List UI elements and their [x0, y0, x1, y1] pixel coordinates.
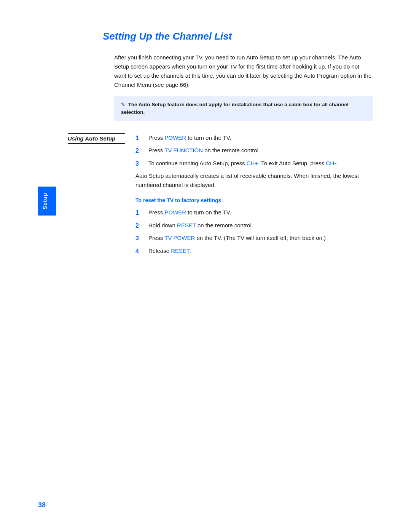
reset-step-2-highlight-reset: RESET	[177, 222, 196, 228]
page-title: Setting Up the Channel List	[103, 30, 373, 42]
step-3: 3 To continue running Auto Setup, press …	[135, 159, 373, 169]
reset-step-2-number: 2	[135, 221, 145, 231]
step-3-highlight-chminus: CH-	[326, 160, 336, 166]
step-2-number: 2	[135, 146, 145, 156]
steps-list: 1 Press POWER to turn on the TV. 2 Press…	[135, 133, 373, 169]
reset-step-4-highlight-reset: RESET	[171, 248, 189, 254]
reset-step-1-number: 1	[135, 208, 145, 218]
reset-step-4-text: Release RESET.	[148, 246, 191, 256]
reset-step-1-text: Press POWER to turn on the TV.	[148, 208, 231, 217]
step-2: 2 Press TV FUNCTION on the remote contro…	[135, 146, 373, 156]
reset-step-2-text: Hold down RESET on the remote control.	[148, 221, 253, 230]
page-number: 38	[38, 501, 46, 509]
reset-step-3-highlight-tvpower: TV POWER	[164, 235, 195, 241]
step-1-number: 1	[135, 133, 145, 143]
section-divider	[68, 133, 125, 134]
reset-step-1-highlight-power: POWER	[165, 209, 186, 216]
section-label: Using Auto Setup	[68, 135, 125, 144]
sidebar-tab: Setup	[38, 187, 56, 216]
section-label-area: Using Auto Setup	[68, 133, 125, 293]
note-box: ✎ The Auto Setup feature does not apply …	[114, 96, 373, 121]
note-text: The Auto Setup feature does not apply fo…	[121, 102, 349, 115]
step-3-number: 3	[135, 159, 145, 169]
step-1-highlight-power: POWER	[165, 134, 186, 141]
step-3-text: To continue running Auto Setup, press CH…	[148, 159, 338, 168]
reset-heading: To reset the TV to factory settings	[135, 197, 373, 203]
reset-step-2: 2 Hold down RESET on the remote control.	[135, 221, 373, 231]
step-3-highlight-chplus: CH+	[247, 160, 258, 166]
main-layout: Setup Using Auto Setup 1 Press POWER to …	[38, 133, 373, 293]
reset-step-3: 3 Press TV POWER on the TV. (The TV will…	[135, 233, 373, 243]
reset-step-3-text: Press TV POWER on the TV. (The TV will t…	[148, 233, 326, 243]
page-container: Setting Up the Channel List After you fi…	[0, 0, 411, 532]
intro-section: After you finish connecting your TV, you…	[114, 53, 373, 89]
sidebar: Setup	[38, 187, 56, 293]
reset-steps-list: 1 Press POWER to turn on the TV. 2 Hold …	[135, 208, 373, 256]
right-column: 1 Press POWER to turn on the TV. 2 Press…	[135, 133, 373, 293]
reset-step-4-number: 4	[135, 246, 145, 256]
note-icon: ✎	[121, 102, 127, 107]
step-2-highlight-tvfunction: TV FUNCTION	[164, 147, 203, 153]
auto-paragraph: Auto Setup automatically creates a list …	[135, 171, 373, 190]
step-2-text: Press TV FUNCTION on the remote control.	[148, 146, 260, 155]
reset-step-1: 1 Press POWER to turn on the TV.	[135, 208, 373, 218]
reset-step-4: 4 Release RESET.	[135, 246, 373, 256]
step-1-text: Press POWER to turn on the TV.	[148, 133, 231, 142]
step-1: 1 Press POWER to turn on the TV.	[135, 133, 373, 143]
intro-paragraph: After you finish connecting your TV, you…	[114, 53, 373, 89]
reset-step-3-number: 3	[135, 233, 145, 243]
